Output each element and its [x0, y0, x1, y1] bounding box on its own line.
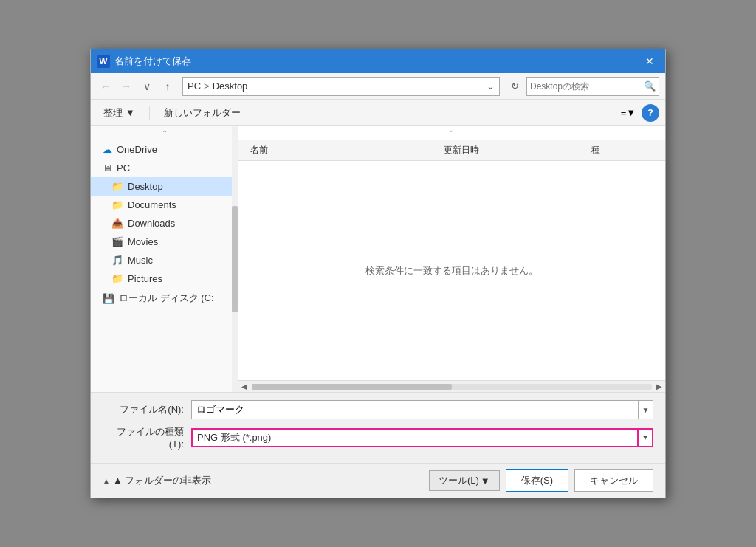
address-bar[interactable]: PC > Desktop ⌄ — [182, 77, 500, 96]
sidebar-item-label: PC — [117, 162, 130, 173]
refresh-button[interactable]: ↻ — [506, 78, 523, 95]
dropdown-button[interactable]: ∨ — [138, 78, 156, 95]
col-header-name[interactable]: 名前 — [244, 140, 438, 160]
address-sep1: > — [204, 80, 210, 92]
view-button[interactable]: ≡▼ — [618, 104, 639, 122]
tools-label: ツール(L) — [439, 474, 479, 487]
toolbar: 整理 ▼ 新しいフォルダー ≡▼ ? — [91, 100, 665, 126]
dialog-title: 名前を付けて保存 — [114, 55, 640, 68]
toolbar-separator — [149, 106, 150, 120]
sidebar-item-movies[interactable]: 🎬 Movies — [91, 233, 238, 251]
bottom-right: ツール(L) ▼ 保存(S) キャンセル — [429, 469, 653, 492]
search-bar[interactable]: 🔍 — [526, 77, 659, 96]
filename-input[interactable] — [191, 400, 639, 419]
tools-arrow-icon: ▼ — [481, 475, 490, 486]
bottom-bar: ▲ ▲ フォルダーの非表示 ツール(L) ▼ 保存(S) キャンセル — [91, 463, 665, 498]
sidebar-item-label: Desktop — [128, 181, 163, 192]
up-button[interactable]: ↑ — [159, 78, 176, 95]
address-dropdown-arrow[interactable]: ⌄ — [487, 80, 495, 92]
organize-label: 整理 — [103, 106, 123, 120]
sidebar-item-label: Pictures — [128, 273, 162, 284]
pc-icon: 🖥 — [103, 162, 112, 173]
toolbar-right: ≡▼ ? — [618, 104, 659, 122]
horizontal-scrollbar[interactable]: ◀ ▶ — [238, 380, 665, 392]
localdisk-icon: 💾 — [103, 293, 114, 304]
hscrollbar-next[interactable]: ▶ — [653, 381, 665, 393]
back-button[interactable]: ← — [97, 78, 114, 95]
sidebar-item-music[interactable]: 🎵 Music — [91, 251, 238, 269]
pictures-icon: 📁 — [111, 273, 123, 284]
sidebar-item-label: OneDrive — [117, 144, 157, 155]
sidebar-item-label: Documents — [128, 199, 176, 210]
address-crumb-pc: PC — [188, 80, 201, 92]
collapse-label: ▲ フォルダーの非表示 — [113, 474, 211, 487]
downloads-icon: 📥 — [111, 218, 123, 229]
search-input[interactable] — [530, 81, 644, 92]
nav-bar: ← → ∨ ↑ PC > Desktop ⌄ ↻ 🔍 — [91, 73, 665, 100]
new-folder-label: 新しいフォルダー — [164, 106, 241, 120]
onedrive-icon: ☁ — [103, 144, 112, 155]
content-body-empty: 検索条件に一致する項目はありません。 — [238, 161, 665, 380]
col-header-date[interactable]: 更新日時 — [438, 140, 585, 160]
sidebar-item-onedrive[interactable]: ☁ OneDrive — [91, 140, 238, 159]
sidebar: ⌃ ☁ OneDrive 🖥 PC 📁 Desktop 📁 Documents … — [91, 126, 238, 392]
sidebar-item-label: Music — [128, 255, 153, 266]
filetype-input-wrap: ▼ — [191, 428, 653, 447]
movies-icon: 🎬 — [111, 236, 123, 247]
filename-dropdown-button[interactable]: ▼ — [639, 400, 653, 419]
organize-button[interactable]: 整理 ▼ — [97, 103, 142, 123]
sidebar-scrollbar-thumb — [232, 206, 238, 312]
view-icon: ≡ — [621, 107, 627, 118]
address-crumb-desktop: Desktop — [213, 80, 248, 92]
content-header: 名前 更新日時 種 — [238, 140, 665, 161]
collapse-button[interactable]: ▲ ▲ フォルダーの非表示 — [103, 474, 211, 487]
filetype-label: ファイルの種類(T): — [103, 425, 191, 450]
sidebar-scrollbar-track[interactable] — [232, 126, 238, 392]
sidebar-item-downloads[interactable]: 📥 Downloads — [91, 214, 238, 233]
music-icon: 🎵 — [111, 255, 123, 266]
forward-button[interactable]: → — [117, 78, 135, 95]
word-icon: W — [97, 55, 110, 68]
save-dialog: W 名前を付けて保存 ✕ ← → ∨ ↑ PC > Desktop ⌄ ↻ 🔍 … — [90, 49, 666, 498]
sidebar-item-label: Downloads — [128, 218, 175, 229]
sidebar-item-localdisk[interactable]: 💾 ローカル ディスク (C: — [91, 288, 238, 309]
form-area: ファイル名(N): ▼ ファイルの種類(T): ▼ — [91, 392, 665, 463]
hscrollbar-prev[interactable]: ◀ — [238, 381, 250, 393]
collapse-arrow-icon: ▲ — [103, 477, 110, 485]
sidebar-item-label: Movies — [128, 236, 158, 247]
filetype-row: ファイルの種類(T): ▼ — [103, 425, 653, 450]
sidebar-item-documents[interactable]: 📁 Documents — [91, 196, 238, 214]
filename-label: ファイル名(N): — [103, 403, 191, 416]
sidebar-item-label: ローカル ディスク (C: — [119, 292, 214, 305]
help-button[interactable]: ? — [642, 104, 659, 122]
hscrollbar-track[interactable] — [252, 384, 652, 390]
filename-input-wrap: ▼ — [191, 400, 653, 419]
hscrollbar-thumb — [252, 384, 452, 390]
save-button[interactable]: 保存(S) — [506, 469, 568, 492]
sidebar-scroll-up: ⌃ — [91, 126, 238, 140]
sidebar-item-pc[interactable]: 🖥 PC — [91, 159, 238, 177]
desktop-icon: 📁 — [111, 181, 123, 192]
title-bar: W 名前を付けて保存 ✕ — [91, 49, 665, 73]
filename-row: ファイル名(N): ▼ — [103, 400, 653, 419]
sidebar-item-pictures[interactable]: 📁 Pictures — [91, 269, 238, 288]
sidebar-item-desktop[interactable]: 📁 Desktop — [91, 177, 238, 196]
cancel-button[interactable]: キャンセル — [574, 469, 653, 492]
search-icon: 🔍 — [644, 80, 656, 92]
close-button[interactable]: ✕ — [640, 54, 659, 69]
content-area: ⌃ 名前 更新日時 種 検索条件に一致する項目はありません。 ◀ ▶ — [238, 126, 665, 392]
col-header-type[interactable]: 種 — [585, 140, 659, 160]
filetype-input[interactable] — [191, 428, 639, 447]
documents-icon: 📁 — [111, 199, 123, 210]
tools-button[interactable]: ツール(L) ▼ — [429, 470, 500, 491]
main-area: ⌃ ☁ OneDrive 🖥 PC 📁 Desktop 📁 Documents … — [91, 126, 665, 392]
empty-message: 検索条件に一致する項目はありません。 — [365, 264, 538, 278]
content-scroll-up: ⌃ — [238, 126, 665, 140]
new-folder-button[interactable]: 新しいフォルダー — [157, 103, 247, 123]
filetype-dropdown-button[interactable]: ▼ — [639, 428, 653, 447]
organize-arrow: ▼ — [126, 107, 135, 118]
